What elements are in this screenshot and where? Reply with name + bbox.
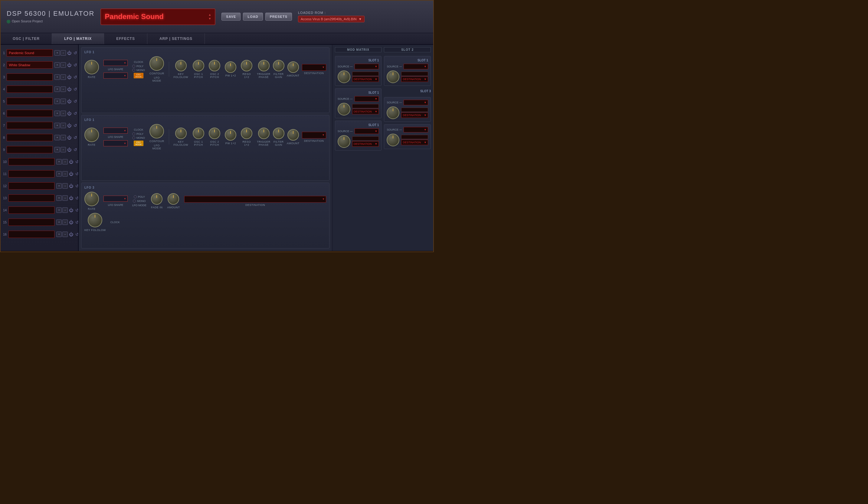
lfo1m-osc2-knob[interactable] [209,128,220,139]
patch-add-7[interactable]: + [54,123,60,128]
lfo1m-pw-knob[interactable] [225,129,236,140]
patch-sub-5[interactable]: − [61,98,66,104]
patch-reset-15[interactable]: ↺ [74,220,79,225]
mod-source-dropdown-2-2[interactable]: ▼ [404,100,428,105]
rom-dropdown[interactable]: Access Virus B (am29f040b_4v9).BIN ▼ [298,16,364,22]
mod-amount-track-2-3[interactable] [401,135,428,139]
lfo1m-trigphase-knob[interactable] [258,128,270,139]
patch-add-4[interactable]: + [54,86,60,92]
patch-name-5[interactable] [7,98,53,105]
patch-add-1[interactable]: + [54,50,60,56]
patch-sub-10[interactable]: − [62,159,68,165]
patch-power-5[interactable]: ⏻ [66,99,72,104]
lfo1m-osc1-knob[interactable] [193,128,204,139]
lfo3-amount-knob[interactable] [168,193,179,205]
mod-knob-2-3[interactable] [387,134,399,146]
patch-sub-7[interactable]: − [61,123,66,128]
patch-reset-16[interactable]: ↺ [74,232,79,237]
patch-add-5[interactable]: + [54,98,60,104]
mod-dest-dropdown-2-2[interactable]: DESTINATION ▼ [401,113,428,118]
lfo1-shape-dropdown2[interactable]: ▼ [103,73,128,78]
patch-sub-8[interactable]: − [61,135,66,140]
patch-reset-7[interactable]: ↺ [73,123,78,128]
mod-amount-track-1-1[interactable] [352,72,379,76]
patch-add-8[interactable]: + [54,135,60,140]
preset-arrow-up[interactable]: ▲ [208,13,211,16]
patch-add-14[interactable]: + [56,207,62,213]
patch-reset-4[interactable]: ↺ [73,87,78,92]
lfo1-osc2-knob[interactable] [209,60,220,71]
patch-power-9[interactable]: ⏻ [66,147,72,152]
mod-amount-track-1-3[interactable] [352,136,379,140]
presets-button[interactable]: PRESETS [265,13,292,21]
load-button[interactable]: LOAD [243,13,262,21]
patch-reset-12[interactable]: ↺ [74,183,79,188]
lfo1m-dest-dropdown[interactable]: ▼ [302,132,326,138]
patch-name-11[interactable] [9,170,54,178]
patch-name-1[interactable] [7,49,53,56]
lfo1-amount-knob[interactable] [287,61,299,73]
patch-reset-3[interactable]: ↺ [73,75,78,80]
patch-sub-14[interactable]: − [62,207,68,213]
tab-lfo-matrix[interactable]: LFO | MATRIX [52,33,104,44]
lfo3-rate-knob[interactable] [84,192,99,206]
patch-sub-1[interactable]: − [61,50,66,56]
patch-sub-13[interactable]: − [62,195,68,201]
patch-reset-5[interactable]: ↺ [73,99,78,104]
preset-display[interactable]: Pandemic Sound ▲ ▼ [101,9,215,25]
lfo1-dest-dropdown[interactable]: ▼ [302,64,326,71]
patch-add-10[interactable]: + [56,159,62,165]
patch-name-4[interactable] [7,86,53,93]
patch-name-13[interactable] [9,195,54,202]
lfo1m-shape-dropdown2[interactable]: ▼ [103,140,128,146]
patch-add-12[interactable]: + [56,183,62,189]
lfo1m-reso-knob[interactable] [241,128,252,139]
patch-name-7[interactable] [7,122,53,129]
mod-amount-track-1-2[interactable] [352,104,379,108]
patch-power-15[interactable]: ⏻ [69,220,74,225]
lfo3-shape-dropdown[interactable]: ▼ [103,196,128,202]
patch-power-6[interactable]: ⏻ [66,111,72,116]
save-button[interactable]: SAVE [221,13,240,21]
patch-sub-2[interactable]: − [61,62,66,68]
mod-source-dropdown-1-3[interactable]: ▼ [354,128,379,134]
lfo1-filtgain-knob[interactable] [273,60,285,71]
patch-add-16[interactable]: + [56,232,62,237]
patch-add-3[interactable]: + [54,74,60,80]
patch-sub-3[interactable]: − [61,74,66,80]
tab-arp-settings[interactable]: ARP | SETTINGS [147,33,205,44]
patch-name-10[interactable] [9,158,54,165]
patch-name-14[interactable] [9,207,54,214]
patch-sub-11[interactable]: − [62,171,68,177]
mod-amount-track-2-1[interactable] [401,72,428,76]
lfo1-contour-knob[interactable] [149,56,164,71]
patch-reset-14[interactable]: ↺ [74,208,79,212]
patch-power-8[interactable]: ⏻ [66,135,72,140]
patch-sub-12[interactable]: − [62,183,68,189]
patch-sub-15[interactable]: − [62,220,68,225]
patch-reset-13[interactable]: ↺ [74,196,79,200]
patch-sub-4[interactable]: − [61,86,66,92]
patch-name-12[interactable] [9,182,54,190]
patch-reset-1[interactable]: ↺ [73,51,78,55]
patch-add-15[interactable]: + [56,220,62,225]
patch-reset-11[interactable]: ↺ [74,171,79,176]
lfo1m-shape-dropdown[interactable]: ▼ [103,128,128,134]
patch-name-9[interactable] [7,146,53,153]
patch-power-2[interactable]: ⏻ [66,63,72,67]
patch-power-11[interactable]: ⏻ [69,171,74,176]
mod-dest-dropdown-1-2[interactable]: DESTINATION ▼ [352,109,379,114]
patch-name-2[interactable] [7,61,53,69]
patch-name-6[interactable] [7,110,53,117]
mod-dest-dropdown-2-3[interactable]: DESTINATION ▼ [401,140,428,145]
lfo1-reso-knob[interactable] [241,60,252,71]
mod-dest-dropdown-1-1[interactable]: DESTINATION ▼ [352,76,379,82]
patch-name-15[interactable] [9,219,54,226]
mod-source-dropdown-2-1[interactable]: ▼ [404,64,428,69]
tab-effects[interactable]: EFFECTS [104,33,147,44]
patch-name-3[interactable] [7,73,53,81]
lfo1m-amount-knob[interactable] [287,129,299,140]
lfo1m-keyfol-knob[interactable] [175,128,187,139]
patch-add-6[interactable]: + [54,111,60,116]
patch-power-10[interactable]: ⏻ [69,159,74,164]
